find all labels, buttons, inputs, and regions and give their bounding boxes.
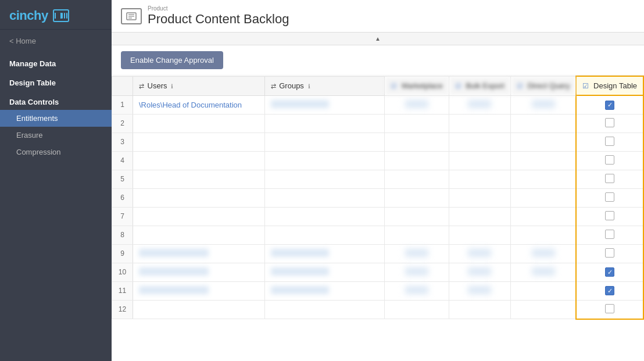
product-label: Product	[148, 6, 289, 12]
cell-direct-query	[510, 170, 576, 188]
table-row: 8	[112, 226, 644, 244]
cell-bulk-export	[449, 300, 510, 319]
cell-direct-query	[510, 300, 576, 319]
cell-users	[133, 263, 264, 281]
entitlements-table: ⇄ Users ℹ ⇄ Groups ℹ ☑ Marketplace ☑	[112, 76, 644, 320]
cell-design-table	[576, 188, 643, 207]
table-container: ⇄ Users ℹ ⇄ Groups ℹ ☑ Marketplace ☑	[112, 76, 644, 361]
design-table-checkbox-unchecked[interactable]	[605, 155, 614, 165]
col-design-label: Design Table	[593, 81, 637, 90]
cell-design-table	[576, 151, 643, 170]
groups-info-icon: ℹ	[308, 83, 310, 90]
cell-groups	[264, 151, 385, 170]
design-table-checkbox-unchecked[interactable]	[605, 248, 614, 258]
col-header-marketplace: ☑ Marketplace	[385, 76, 449, 95]
table-row: 1\Roles\Head of Documentation	[112, 95, 644, 114]
table-row: 9	[112, 244, 644, 263]
sidebar-item-compression[interactable]: Compression	[0, 144, 112, 160]
design-check-icon: ☑	[582, 82, 589, 90]
cell-direct-query	[510, 207, 576, 226]
cell-design-table	[576, 207, 643, 226]
blurred-marketplace	[405, 100, 428, 108]
col-header-design-table: ☑ Design Table	[576, 76, 643, 95]
cell-marketplace	[385, 281, 449, 300]
blurred-bulk	[468, 249, 491, 257]
col-users-label: Users	[148, 81, 167, 90]
cell-users	[133, 300, 264, 319]
blurred-user	[139, 286, 209, 294]
cell-design-table	[576, 170, 643, 188]
cell-users	[133, 244, 264, 263]
cell-bulk-export	[449, 170, 510, 188]
design-table-checkbox-unchecked[interactable]	[605, 174, 614, 183]
design-table-checkbox-checked[interactable]	[605, 267, 614, 277]
cell-marketplace	[385, 151, 449, 170]
row-number: 1	[112, 95, 133, 114]
sidebar-item-entitlements[interactable]: Entitlements	[0, 110, 112, 127]
design-table-checkbox-unchecked[interactable]	[605, 304, 614, 313]
blurred-user	[139, 267, 209, 276]
page-title: Product Content Backlog	[148, 12, 289, 26]
col-header-direct-query: ☑ Direct Query	[510, 76, 576, 95]
table-row: 4	[112, 151, 644, 170]
blurred-direct	[532, 267, 555, 276]
cell-design-table	[576, 95, 643, 114]
col-header-rownum	[112, 76, 133, 95]
blurred-bulk	[468, 100, 491, 108]
cell-bulk-export	[449, 226, 510, 244]
cell-direct-query	[510, 133, 576, 151]
cell-groups	[264, 244, 385, 263]
cell-direct-query	[510, 151, 576, 170]
design-table-checkbox-unchecked[interactable]	[605, 230, 614, 239]
cell-marketplace	[385, 263, 449, 281]
blurred-user	[139, 249, 209, 257]
enable-change-approval-button[interactable]: Enable Change Approval	[121, 51, 223, 69]
row-number: 9	[112, 244, 133, 263]
blurred-group	[271, 267, 329, 276]
design-table-checkbox-checked[interactable]	[605, 286, 614, 295]
cell-design-table	[576, 281, 643, 300]
cell-marketplace	[385, 207, 449, 226]
design-table-checkbox-checked[interactable]	[605, 101, 614, 110]
cell-users	[133, 207, 264, 226]
cell-users	[133, 281, 264, 300]
design-table-checkbox-unchecked[interactable]	[605, 211, 614, 220]
row-number: 7	[112, 207, 133, 226]
blurred-bulk	[468, 267, 491, 276]
design-table-checkbox-unchecked[interactable]	[605, 118, 614, 127]
cell-groups	[264, 133, 385, 151]
cell-marketplace	[385, 170, 449, 188]
col-header-users: ⇄ Users ℹ	[133, 76, 264, 95]
cell-users: \Roles\Head of Documentation	[133, 95, 264, 114]
cell-groups	[264, 170, 385, 188]
cell-design-table	[576, 263, 643, 281]
collapse-bar[interactable]: ▲	[112, 33, 644, 45]
row-number: 5	[112, 170, 133, 188]
design-table-checkbox-unchecked[interactable]	[605, 192, 614, 202]
sidebar-item-erasure[interactable]: Erasure	[0, 127, 112, 144]
cell-bulk-export	[449, 95, 510, 114]
cell-users	[133, 170, 264, 188]
row-number: 4	[112, 151, 133, 170]
cell-marketplace	[385, 133, 449, 151]
design-table-checkbox-unchecked[interactable]	[605, 137, 614, 146]
cell-bulk-export	[449, 207, 510, 226]
cell-marketplace	[385, 300, 449, 319]
cell-bulk-export	[449, 281, 510, 300]
cell-users	[133, 188, 264, 207]
cell-groups	[264, 263, 385, 281]
cell-marketplace	[385, 188, 449, 207]
user-link[interactable]: \Roles\Head of Documentation	[139, 101, 242, 109]
sidebar: cinchy < Home Manage Data Design Table D…	[0, 0, 112, 361]
cell-direct-query	[510, 263, 576, 281]
blurred-group	[271, 286, 329, 294]
table-row: 7	[112, 207, 644, 226]
sidebar-section-manage-data: Manage Data	[0, 52, 112, 72]
cell-design-table	[576, 300, 643, 319]
collapse-icon: ▲	[375, 35, 381, 42]
cell-users	[133, 151, 264, 170]
row-number: 10	[112, 263, 133, 281]
blurred-marketplace	[405, 249, 428, 257]
home-link[interactable]: < Home	[0, 30, 112, 52]
cell-marketplace	[385, 95, 449, 114]
